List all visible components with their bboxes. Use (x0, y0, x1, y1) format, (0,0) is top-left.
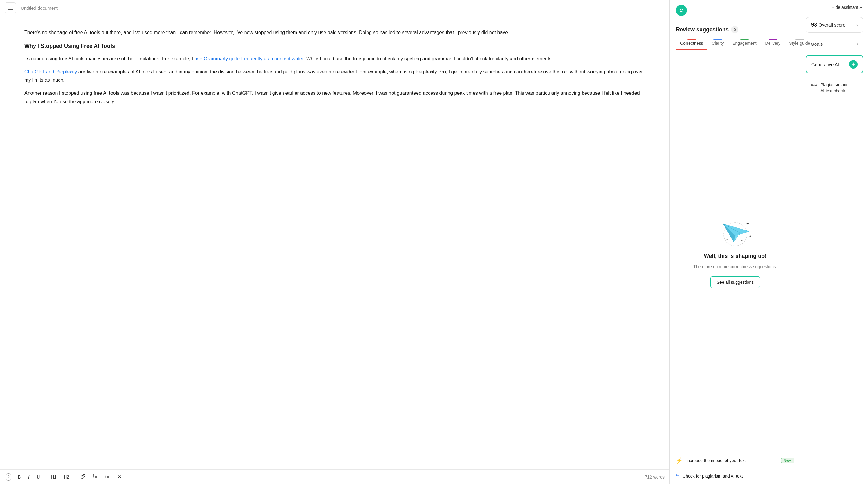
word-count: 712 words (645, 475, 664, 479)
svg-point-14 (679, 8, 684, 13)
lightning-icon: ⚡ (676, 457, 683, 464)
grammarly-body: ✦ ✦ ✦ ✦ Well, this is shaping up! There … (670, 50, 801, 453)
grammarly-panel: Review suggestions 0 Correctness Clarity… (670, 0, 801, 484)
plagiarism-card[interactable]: ❝❝ Plagiarism and AI text check (806, 78, 863, 98)
grammarly-link[interactable]: use Grammarly quite frequently as a cont… (194, 56, 304, 61)
svg-text:3: 3 (93, 476, 94, 478)
tab-engagement[interactable]: Engagement (728, 36, 761, 50)
score-content: 93 Overall score (811, 22, 845, 28)
help-button[interactable]: ? (5, 473, 12, 481)
format-separator-2 (75, 474, 75, 480)
impact-text: Increase the impact of your text (686, 458, 777, 463)
paragraph-3: ChatGPT and Perplexity are two more exam… (24, 68, 645, 84)
right-panel: Hide assistant » 93 Overall score › Goal… (801, 0, 868, 484)
editor-content[interactable]: There's no shortage of free AI tools out… (0, 16, 670, 470)
tab-delivery[interactable]: Delivery (761, 36, 785, 50)
hamburger-button[interactable] (5, 2, 16, 13)
unordered-list-button[interactable] (103, 473, 112, 481)
score-chevron-icon: › (857, 22, 858, 28)
svg-text:✦: ✦ (741, 239, 743, 242)
review-title-row: Review suggestions 0 (670, 21, 801, 33)
link-button[interactable] (79, 473, 87, 481)
review-title: Review suggestions (676, 27, 728, 33)
grammarly-header (670, 0, 801, 21)
editor-toolbar: Untitled document (0, 0, 670, 16)
chatgpt-perplexity-link[interactable]: ChatGPT and Perplexity (24, 69, 77, 74)
delivery-tab-indicator (769, 39, 777, 40)
paragraph-2: I stopped using free AI tools mainly bec… (24, 55, 645, 63)
overall-score-card[interactable]: 93 Overall score › (806, 17, 863, 33)
italic-button[interactable]: I (26, 473, 31, 481)
svg-text:✦: ✦ (749, 235, 751, 238)
suggestions-badge: 0 (731, 26, 738, 33)
clear-format-button[interactable] (115, 473, 124, 481)
impact-footer-item[interactable]: ⚡ Increase the impact of your text New! (670, 453, 801, 469)
tab-correctness[interactable]: Correctness (676, 36, 707, 50)
document-title: Untitled document (21, 5, 58, 11)
svg-text:✦: ✦ (746, 221, 750, 226)
paragraph-4: Another reason I stopped using free AI t… (24, 89, 645, 105)
paragraph-1: There's no shortage of free AI tools out… (24, 28, 645, 37)
generative-ai-card[interactable]: Generative AI (806, 55, 863, 73)
svg-text:✦: ✦ (726, 238, 728, 241)
plagiarism-title: Plagiarism and (820, 82, 849, 88)
goals-label: Goals (811, 41, 823, 46)
h1-button[interactable]: H1 (49, 473, 58, 481)
editor-panel: Untitled document There's no shortage of… (0, 0, 670, 484)
no-suggestions-message: There are no more correctness suggestion… (693, 264, 777, 269)
correctness-tab-indicator (687, 39, 696, 40)
new-badge: New! (781, 458, 795, 463)
grammarly-footer: ⚡ Increase the impact of your text New! … (670, 453, 801, 484)
score-label: Overall score (818, 22, 845, 27)
engagement-tab-indicator (740, 39, 749, 40)
clarity-tab-indicator (713, 39, 722, 40)
svg-point-10 (105, 476, 106, 477)
bold-button[interactable]: B (16, 473, 23, 481)
goals-row[interactable]: Goals › (806, 37, 863, 50)
tabs-row: Correctness Clarity Engagement Delivery … (670, 33, 801, 50)
generative-ai-icon (849, 60, 858, 69)
plagiarism-footer-item[interactable]: ❝ Check for plagiarism and AI text (670, 469, 801, 484)
quote-icon: ❝ (676, 473, 679, 479)
heading-1: Why I Stopped Using Free AI Tools (24, 41, 645, 51)
text-cursor (522, 69, 522, 75)
see-all-suggestions-button[interactable]: See all suggestions (710, 277, 760, 288)
goals-chevron-icon: › (857, 41, 858, 46)
svg-point-11 (105, 477, 106, 478)
underline-button[interactable]: U (35, 473, 41, 481)
grammarly-logo (676, 5, 687, 16)
generative-ai-label: Generative AI (811, 62, 839, 67)
plagiarism-quote-icon: ❝❝ (811, 83, 817, 90)
plagiarism-text-block: Plagiarism and AI text check (820, 82, 849, 94)
svg-point-9 (105, 475, 106, 476)
tab-clarity[interactable]: Clarity (707, 36, 728, 50)
score-number: 93 (811, 22, 817, 28)
format-separator-1 (45, 474, 45, 480)
illustration-svg: ✦ ✦ ✦ ✦ (717, 215, 754, 248)
editor-bottom-bar: ? B I U H1 H2 123 712 words (0, 470, 670, 484)
ordered-list-button[interactable]: 123 (91, 473, 99, 481)
well-shaping-message: Well, this is shaping up! (704, 253, 767, 259)
plagiarism-text: Check for plagiarism and AI text (683, 474, 795, 479)
plagiarism-subtitle: AI text check (820, 88, 849, 94)
hide-assistant-button[interactable]: Hide assistant » (801, 0, 868, 14)
h2-button[interactable]: H2 (62, 473, 71, 481)
